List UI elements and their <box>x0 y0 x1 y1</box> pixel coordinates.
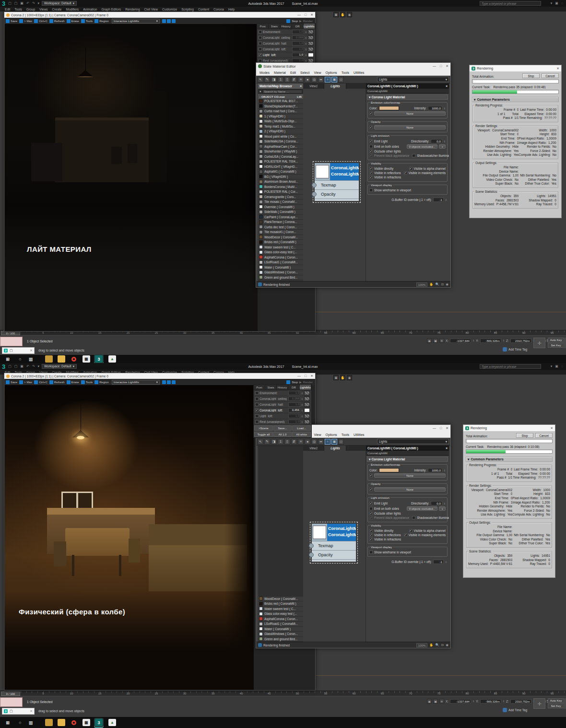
visible-masking-checkbox[interactable] <box>404 533 407 537</box>
checkbox[interactable] <box>255 420 259 423</box>
menu-item[interactable]: Content <box>198 8 209 11</box>
render-viewport[interactable]: ЛАЙТ МАТЕРИАЛ <box>5 24 258 331</box>
vfb-tab[interactable]: History <box>277 385 288 390</box>
vfb-tab[interactable]: Post <box>254 385 265 390</box>
timeline-tick[interactable]: 10 <box>70 692 73 695</box>
render-viewport[interactable]: Физический (сфера в колбе) <box>5 385 254 690</box>
render-button[interactable]: Render <box>303 380 313 384</box>
timeline-tick[interactable]: 35 <box>212 692 215 695</box>
material-item[interactable]: GlassWindows ( Coron... <box>258 632 303 637</box>
menu-item[interactable]: Tools <box>342 433 349 436</box>
menu-item[interactable]: View <box>314 433 321 436</box>
move-children-icon[interactable]: ⇵ <box>291 439 297 445</box>
workspace-selector[interactable]: Workspace: Default▾ <box>42 364 77 369</box>
exclude-list-button[interactable]: 0 objects excluded... <box>407 144 438 149</box>
material-item[interactable]: Temp mat1 ( Multi/Su... <box>258 124 303 129</box>
texmap-checkbox[interactable] <box>369 112 373 115</box>
vfb-tab[interactable]: History <box>280 23 292 29</box>
3dsmax-taskbar-icon[interactable]: 3 <box>95 355 103 363</box>
prevent-black-checkbox[interactable] <box>369 154 373 157</box>
spinner[interactable]: ⇕ <box>301 415 303 418</box>
vfb-toolbar-button[interactable]: Tools <box>81 380 93 384</box>
menu-item[interactable]: Rendering <box>125 8 140 11</box>
view-tab[interactable]: View1 <box>303 446 324 451</box>
dialog-titlebar[interactable]: 3 Rendering ✕ <box>470 65 561 71</box>
task-view-icon[interactable]: ▥ <box>27 355 35 363</box>
menu-item[interactable]: Edit <box>5 8 10 11</box>
windows-start-icon[interactable]: ⊞ <box>4 355 12 363</box>
zoom-icon[interactable]: 🔍 <box>435 643 439 647</box>
zoom-region-icon[interactable]: ⊡ <box>441 282 444 286</box>
color-swatch[interactable] <box>304 420 310 424</box>
viewport-tools[interactable]: ▣✋◉ <box>333 12 352 17</box>
material-item[interactable]: CarPaint ( CoronaLaye... <box>258 215 303 220</box>
zoom-extents-icon[interactable]: ◉ <box>446 643 448 647</box>
timeline-tick[interactable]: 95 <box>551 331 554 334</box>
pan-icon[interactable]: ✋ <box>429 643 433 647</box>
opacity-none-button[interactable]: None <box>374 125 446 129</box>
browser-search[interactable]: ▼Search by Name ... <box>258 89 303 94</box>
y-coordinate-field[interactable]: -569,326m <box>480 699 501 704</box>
emit-light-checkbox[interactable] <box>369 502 373 505</box>
stop-button[interactable]: Stop <box>522 73 540 78</box>
show-map-icon[interactable]: ● <box>305 77 310 82</box>
checkbox[interactable] <box>255 409 259 412</box>
timeline-tick[interactable]: 45 <box>268 692 271 695</box>
visible-alpha-checkbox[interactable] <box>409 529 413 532</box>
vfb-tab[interactable]: Post <box>257 23 269 29</box>
vfb-toolbar-button[interactable]: Region <box>94 19 109 23</box>
material-preview-swatch[interactable] <box>313 526 326 539</box>
task-view-icon[interactable]: ▥ <box>27 719 35 726</box>
x-coordinate-field[interactable]: -1337,684 <box>450 339 471 343</box>
timeline-tick[interactable]: 80 <box>466 692 469 695</box>
timeline-tick[interactable]: 65 <box>381 331 384 334</box>
menu-item[interactable]: Select <box>300 71 309 74</box>
socket-icon[interactable] <box>312 183 317 188</box>
prevent-black-checkbox[interactable] <box>369 516 373 519</box>
timeline-tick[interactable]: 75 <box>437 692 441 695</box>
app-icon[interactable] <box>45 355 53 363</box>
checkbox[interactable] <box>259 53 262 57</box>
grid-icon[interactable]: ✛ <box>439 699 444 704</box>
lightmix-button[interactable]: Save... <box>273 425 292 431</box>
timeline-tick[interactable]: 70 <box>409 692 413 695</box>
spinner[interactable]: ⇕ <box>301 392 303 395</box>
spinner[interactable]: ⇕ <box>305 36 307 39</box>
vfb-tab[interactable]: Stats <box>265 385 277 390</box>
menu-item[interactable]: Civil View <box>144 8 158 11</box>
color-swatch[interactable] <box>308 53 314 57</box>
quick-access-toolbar[interactable]: ▢ ▢ ▣ ↶ ↷ ▾ <box>8 364 40 368</box>
lightmix-row[interactable]: CoronaLight_loft: 0,456 ⇕ <box>254 408 311 413</box>
corona-light-mtl-node[interactable]: CoronaLightMtlCoronaLightMtl Texmap Opac… <box>312 524 356 562</box>
timeline-tick[interactable]: 85 <box>494 692 497 695</box>
view-tab[interactable]: Lights <box>324 446 346 451</box>
timeline-tick[interactable]: 90 <box>522 692 526 695</box>
material-map-browser[interactable]: WoodDecor ( CoronaM... Bricks red ( Coro… <box>258 446 303 642</box>
photos-icon[interactable]: ▲ <box>108 355 116 363</box>
rollout-header[interactable]: ▾Corona Light Material <box>367 457 448 462</box>
material-item[interactable]: Tile mosaic ( CoronaM... <box>258 200 303 205</box>
exclude-list-button[interactable]: 0 objects excluded... <box>407 506 438 511</box>
menu-item[interactable]: Utilities <box>354 433 365 436</box>
delete-icon[interactable]: ▯ <box>284 439 290 445</box>
node-canvas[interactable]: CoronaLightMtlCoronaLightMtl Texmap Opac… <box>303 451 366 642</box>
socket-icon[interactable] <box>312 192 317 197</box>
spinner[interactable]: ⇕ <box>444 469 446 472</box>
layout-all-icon[interactable]: ⌗ <box>325 77 330 82</box>
layout-icon[interactable]: •• <box>318 77 324 82</box>
dialog-titlebar[interactable]: 3 Rendering ✕ <box>463 425 555 431</box>
view-tab[interactable]: View1 <box>303 83 324 89</box>
lightmix-row[interactable]: Light_loft: 1,0 ⇕ <box>257 52 315 58</box>
texmap-checkbox[interactable] <box>369 474 373 477</box>
render-button[interactable]: Render <box>303 19 313 23</box>
intensity-field[interactable]: 1000,0 <box>428 468 442 472</box>
material-item[interactable]: Wood paint white ( Co... <box>258 134 303 140</box>
timeline-tick[interactable]: 70 <box>409 331 413 334</box>
material-item[interactable]: POLIESTER RAL 8017... <box>258 99 303 104</box>
spinner[interactable]: ⇕ <box>444 107 446 110</box>
close-icon[interactable]: × <box>446 446 448 450</box>
close-icon[interactable]: ✕ <box>30 709 33 713</box>
checkbox[interactable] <box>259 30 262 34</box>
close-icon[interactable]: ✕ <box>446 426 448 430</box>
y-coordinate-field[interactable]: -569,326m <box>480 339 501 343</box>
